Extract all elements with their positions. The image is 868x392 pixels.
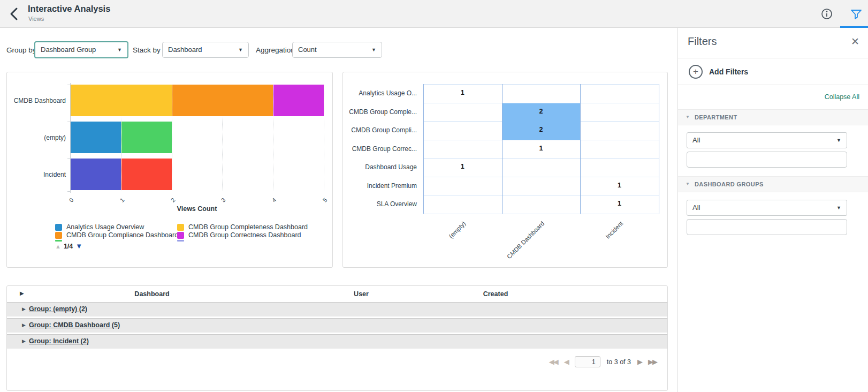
legend-label: Analytics Usage Overview: [66, 223, 144, 231]
heatmap-row-label: CMDB Group Correc...: [343, 145, 417, 153]
heatmap-cell-value[interactable]: 1: [502, 145, 581, 152]
page-title: Interactive Analysis: [28, 4, 110, 14]
heatmap-gridline: [502, 84, 581, 85]
page-subtitle: Views: [28, 16, 44, 22]
heatmap-gridline: [423, 140, 502, 140]
bar-segment[interactable]: [71, 159, 121, 190]
legend-item[interactable]: CMDB Group Compliance Dashboard: [55, 231, 178, 239]
legend-item[interactable]: Analytics Usage Overview: [55, 223, 144, 231]
close-icon[interactable]: ✕: [851, 35, 859, 48]
table-column-header[interactable]: Created: [483, 290, 508, 298]
expand-row-icon[interactable]: ▶: [22, 338, 26, 344]
heatmap-gridline: [580, 195, 659, 195]
add-filters-button[interactable]: Add Filters: [709, 67, 748, 76]
heatmap-column-label: CMDB Dashboard: [499, 220, 545, 266]
heatmap-cell-value[interactable]: 2: [502, 126, 581, 133]
heatmap-cell-value[interactable]: 1: [580, 182, 659, 189]
views-table-card: ▶ DashboardUserCreated ▶Group: (empty) (…: [6, 285, 668, 391]
axis-tick: [67, 191, 70, 192]
legend-swatch: [55, 232, 62, 239]
info-icon[interactable]: [820, 7, 834, 21]
legend-next-page-peek: [55, 240, 62, 242]
heatmap-cell-value[interactable]: 2: [502, 108, 581, 115]
heatmap-gridline: [423, 177, 502, 177]
aggregation-select[interactable]: Count ▼: [292, 42, 382, 58]
bar-segment[interactable]: [121, 159, 172, 190]
bar-segment[interactable]: [273, 85, 324, 116]
expand-row-icon[interactable]: ▶: [22, 306, 26, 312]
group-row-label[interactable]: Group: Incident (2): [29, 337, 89, 345]
header-bar: Interactive Analysis Views: [0, 0, 868, 28]
divider: [678, 85, 868, 85]
next-page-icon[interactable]: ▶: [637, 358, 642, 366]
legend-swatch: [177, 232, 184, 239]
views-heatmap: Analytics Usage O...CMDB Group Comple...…: [343, 72, 667, 267]
expand-row-icon[interactable]: ▶: [22, 322, 26, 328]
group-by-select[interactable]: Dashboard Group ▼: [34, 41, 128, 58]
legend-page-down-icon[interactable]: ▼: [75, 242, 82, 250]
previous-page-icon[interactable]: ◀: [564, 358, 568, 366]
page-number-input[interactable]: [575, 356, 600, 367]
chevron-down-icon: ▼: [686, 182, 690, 186]
back-chevron-icon[interactable]: [7, 6, 21, 21]
table-column-header[interactable]: User: [354, 290, 369, 298]
legend-item[interactable]: CMDB Group Completeness Dashboard: [177, 223, 308, 231]
heatmap-gridline: [580, 177, 659, 177]
heatmap-row-label: Incident Premium: [343, 182, 417, 190]
filter-value-select[interactable]: All▼: [687, 132, 847, 148]
filter-search-input[interactable]: [687, 152, 847, 168]
heatmap-gridline: [502, 195, 581, 195]
filter-value-select[interactable]: All▼: [687, 200, 847, 216]
x-tick-label: 0: [57, 197, 75, 214]
bar-segment[interactable]: [71, 85, 172, 116]
last-page-icon[interactable]: ▶▶: [648, 358, 657, 366]
category-label: Incident: [10, 171, 66, 178]
legend-page-indicator: 1/4: [64, 243, 73, 250]
table-column-header[interactable]: Dashboard: [134, 290, 169, 298]
stack-by-select[interactable]: Dashboard ▼: [162, 42, 249, 58]
legend-page-up-icon[interactable]: ▲: [55, 243, 61, 250]
group-by-label: Group by: [6, 46, 36, 54]
chevron-down-icon: ▼: [117, 42, 122, 57]
filter-section-header[interactable]: ▼DEPARTMENT: [678, 109, 868, 125]
divider: [678, 58, 868, 58]
table-group-row[interactable]: ▶Group: CMDB Dashboard (5): [7, 318, 667, 333]
bar-segment[interactable]: [172, 85, 273, 116]
table-group-row[interactable]: ▶Group: Incident (2): [7, 334, 667, 349]
first-page-icon[interactable]: ◀◀: [549, 358, 558, 366]
heatmap-cell-value[interactable]: 1: [580, 200, 659, 207]
heatmap-gridline: [423, 214, 502, 214]
table-pagination: ◀◀ ◀ to 3 of 3 ▶ ▶▶: [549, 356, 657, 367]
table-group-row[interactable]: ▶Group: (empty) (2): [7, 302, 667, 316]
heatmap-column-label: (empty): [421, 220, 467, 266]
group-row-label[interactable]: Group: CMDB Dashboard (5): [29, 321, 120, 329]
heatmap-gridline: [423, 195, 502, 195]
bar-segment[interactable]: [121, 122, 172, 153]
chevron-down-icon: ▼: [371, 42, 376, 57]
filter-funnel-icon[interactable]: [849, 7, 863, 21]
chart-gridline: [324, 85, 324, 191]
heatmap-cell-value[interactable]: 1: [423, 163, 502, 170]
views-bar-chart-card: CMDB Dashboard(empty)Incident012345Views…: [6, 72, 333, 268]
bar-segment[interactable]: [71, 122, 121, 153]
x-tick-label: 5: [311, 197, 329, 214]
heatmap-row-label: Dashboard Usage: [343, 163, 417, 171]
heatmap-column-line: [580, 84, 581, 214]
group-by-value: Dashboard Group: [41, 46, 96, 54]
collapse-all-link[interactable]: Collapse All: [825, 93, 859, 101]
x-tick-label: 1: [108, 197, 126, 214]
aggregation-label: Aggregation: [256, 46, 295, 54]
legend-item[interactable]: CMDB Group Correctness Dashboard: [177, 231, 301, 239]
heatmap-column-line: [659, 84, 659, 214]
heatmap-row-label: Analytics Usage O...: [343, 89, 417, 97]
group-row-label[interactable]: Group: (empty) (2): [29, 305, 87, 313]
filter-search-input[interactable]: [687, 219, 847, 235]
filter-section-title: DASHBOARD GROUPS: [695, 181, 764, 187]
filter-section-header[interactable]: ▼DASHBOARD GROUPS: [678, 176, 868, 192]
expand-all-icon[interactable]: ▶: [20, 290, 24, 296]
plus-circle-icon[interactable]: +: [689, 65, 703, 79]
heatmap-gridline: [502, 158, 581, 159]
views-heatmap-card: Analytics Usage O...CMDB Group Comple...…: [342, 72, 668, 268]
heatmap-cell-value[interactable]: 1: [423, 89, 502, 96]
heatmap-gridline: [580, 158, 659, 159]
